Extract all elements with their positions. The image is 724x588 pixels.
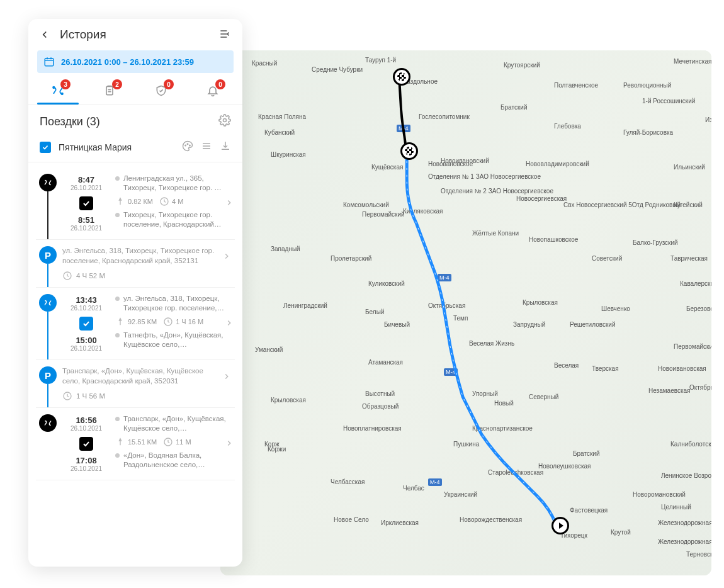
trip-checkbox[interactable]	[79, 437, 93, 451]
object-name: Пятницкая Мария	[59, 142, 174, 152]
collapse-panel-button[interactable]	[218, 28, 232, 42]
tab-alerts[interactable]: 0	[187, 78, 239, 105]
from-address: Ленинградская ул., 365, Тихорецк, Тихоре…	[123, 174, 235, 193]
chevron-right-icon	[222, 252, 231, 263]
page-title: История	[60, 28, 210, 42]
timeline-list[interactable]: 8:4726.10.2021 8:5126.10.2021 Ленинградс…	[28, 162, 242, 567]
calendar-icon	[43, 56, 55, 67]
tab-bar: 3 2 0 0	[28, 78, 242, 105]
trips-badge: 3	[60, 79, 71, 89]
end-date: 26.10.2021	[71, 465, 102, 472]
route-marker-end-1[interactable]	[393, 68, 410, 86]
svg-point-5	[185, 145, 186, 146]
back-button[interactable]	[38, 28, 51, 41]
chevron-right-icon	[225, 319, 234, 329]
chevron-right-icon	[225, 439, 234, 449]
clock-icon	[159, 196, 169, 206]
object-row: Пятницкая Мария	[28, 137, 242, 162]
end-time: 8:51	[71, 215, 102, 225]
object-checkbox[interactable]	[40, 142, 51, 153]
svg-rect-0	[45, 59, 54, 66]
download-button[interactable]	[220, 140, 231, 154]
trip-icon	[39, 294, 57, 312]
settings-button[interactable]	[218, 114, 231, 129]
alerts-badge: 0	[215, 79, 225, 89]
trip-item[interactable]: 13:4326.10.2021 15:0026.10.2021 ул. Энге…	[36, 288, 235, 360]
svg-point-7	[189, 145, 191, 146]
end-time: 17:08	[71, 456, 102, 465]
to-address: Тихорецк, Тихорецкое гор. поселение, Кра…	[123, 210, 235, 229]
arrow-icon	[115, 437, 125, 447]
trip-duration: 11 М	[176, 438, 191, 446]
from-address: ул. Энгельса, 318, Тихорецк, Тихорецкое …	[123, 294, 235, 313]
arrow-icon	[115, 317, 125, 327]
arrow-icon	[115, 196, 125, 206]
from-address: Транспарк, «Дон», Кущёвская, Кущёвское с…	[123, 414, 235, 433]
clock-icon	[62, 271, 72, 281]
clock-icon	[163, 437, 173, 447]
parking-item[interactable]: P Транспарк, «Дон», Кущёвская, Кущёвское…	[36, 360, 235, 408]
parking-address: Транспарк, «Дон», Кущёвская, Кущёвское с…	[62, 366, 235, 386]
tab-trips[interactable]: 3	[32, 78, 84, 105]
parking-duration: 1 Ч 56 М	[76, 392, 105, 400]
start-date: 26.10.2021	[71, 425, 102, 432]
parking-icon: P	[39, 246, 57, 264]
trip-distance: 0.82 КМ	[128, 198, 153, 205]
start-date: 26.10.2021	[71, 184, 102, 191]
parking-icon: P	[39, 366, 57, 384]
date-range-picker[interactable]: 26.10.2021 0:00 – 26.10.2021 23:59	[37, 50, 234, 73]
tasks-badge: 0	[164, 79, 174, 89]
reports-badge: 2	[112, 79, 122, 89]
end-date: 26.10.2021	[71, 345, 102, 352]
start-time: 8:47	[71, 175, 102, 184]
trip-distance: 15.51 КМ	[128, 438, 157, 446]
trip-icon	[39, 174, 57, 191]
trip-distance: 92.85 КМ	[128, 318, 157, 325]
route-marker-start[interactable]	[551, 517, 569, 534]
route-line	[220, 50, 711, 575]
svg-point-2	[61, 93, 63, 95]
chevron-right-icon	[225, 198, 234, 208]
trip-icon	[39, 414, 57, 432]
route-marker-end-2[interactable]	[400, 142, 418, 160]
start-date: 26.10.2021	[71, 305, 102, 312]
trip-checkbox[interactable]	[79, 317, 93, 331]
chevron-right-icon	[222, 372, 231, 383]
trip-duration: 4 М	[172, 198, 183, 205]
svg-point-6	[187, 144, 188, 145]
section-title: Поездки (3)	[40, 115, 218, 128]
date-range-text: 26.10.2021 0:00 – 26.10.2021 23:59	[61, 57, 194, 67]
trip-duration: 1 Ч 16 М	[176, 318, 203, 325]
trip-checkbox[interactable]	[79, 196, 93, 210]
history-panel: История 26.10.2021 0:00 – 26.10.2021 23:…	[28, 19, 242, 567]
trip-item[interactable]: 8:4726.10.2021 8:5126.10.2021 Ленинградс…	[36, 167, 235, 240]
tab-tasks[interactable]: 0	[135, 78, 187, 105]
parking-duration: 4 Ч 52 М	[76, 272, 105, 280]
to-address: «Дон», Водяная Балка, Раздольненское сел…	[123, 451, 235, 470]
clock-icon	[163, 317, 173, 327]
start-time: 13:43	[71, 295, 102, 305]
svg-point-4	[223, 119, 227, 122]
palette-button[interactable]	[182, 140, 193, 154]
svg-rect-3	[106, 86, 113, 94]
svg-point-1	[53, 87, 55, 89]
end-time: 15:00	[71, 336, 102, 345]
parking-address: ул. Энгельса, 318, Тихорецк, Тихорецкое …	[62, 246, 235, 266]
end-date: 26.10.2021	[71, 225, 102, 232]
start-time: 16:56	[71, 416, 102, 425]
to-address: Татнефть, «Дон», Кущёвская, Кущёвское се…	[123, 331, 235, 349]
parking-item[interactable]: P ул. Энгельса, 318, Тихорецк, Тихорецко…	[36, 240, 235, 288]
list-button[interactable]	[201, 140, 212, 154]
tab-reports[interactable]: 2	[84, 78, 135, 105]
map-viewport[interactable]: КрасныйСредние ЧубуркиТауруп 1-йРаздольн…	[220, 50, 711, 575]
trip-item[interactable]: 16:5626.10.2021 17:0826.10.2021 Транспар…	[36, 408, 235, 480]
clock-icon	[62, 391, 72, 401]
